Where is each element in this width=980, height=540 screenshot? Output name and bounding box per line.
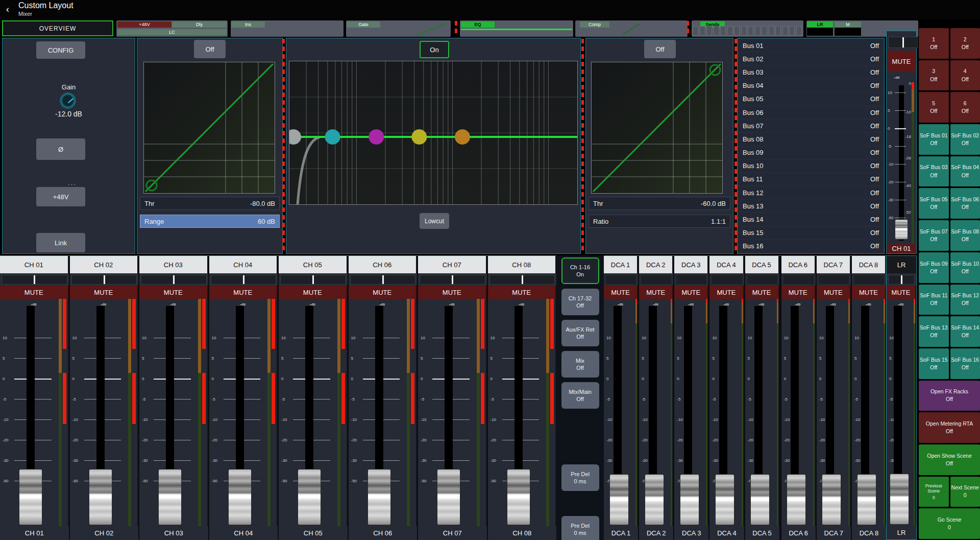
mute-button[interactable]: MUTE — [279, 286, 348, 299]
eq-state-button[interactable]: On — [420, 41, 449, 58]
comp-thr-row[interactable]: Thr-60.0 dB — [589, 197, 730, 210]
bus-row[interactable]: Bus 04Off — [739, 80, 883, 92]
fader-cap[interactable] — [228, 469, 252, 525]
mute-button[interactable]: MUTE — [674, 286, 708, 299]
eq-band-1-handle[interactable] — [325, 129, 340, 145]
grid-button-sof-bus-16[interactable]: SoF Bus 16Off — [950, 348, 980, 379]
strip-header[interactable]: CH 03 — [139, 256, 208, 273]
pan-slider[interactable] — [489, 275, 555, 285]
gate-thr-row[interactable]: Thr-80.0 dB — [140, 197, 280, 210]
toolbar-insert-section[interactable]: Ins — [231, 20, 344, 37]
bus-row[interactable]: Bus 13Off — [739, 200, 883, 212]
bus-row[interactable]: Bus 07Off — [739, 120, 883, 132]
fader-cap[interactable] — [609, 474, 629, 525]
grid-button-sof-bus-06[interactable]: SoF Bus 06Off — [950, 188, 980, 219]
fader-cap[interactable] — [158, 469, 182, 525]
config-button[interactable]: CONFIG — [36, 41, 85, 59]
grid-button-3[interactable]: 3Off — [919, 60, 949, 91]
phantom-button[interactable]: +48V — [36, 187, 85, 206]
strip-header[interactable]: DCA 7 — [817, 256, 851, 273]
mute-button[interactable]: MUTE — [852, 286, 886, 299]
mute-button[interactable]: MUTE — [488, 286, 557, 299]
mute-button[interactable]: MUTE — [0, 286, 69, 299]
pan-slider[interactable] — [71, 275, 137, 285]
grid-button-sof-bus-11[interactable]: SoF Bus 11Off — [919, 285, 949, 315]
strip-header[interactable]: CH 02 — [70, 256, 139, 273]
mute-button[interactable]: MUTE — [604, 286, 638, 299]
toolbar-eq-section[interactable]: EQ — [460, 20, 573, 37]
grid-button-4[interactable]: 4Off — [950, 60, 980, 91]
strip-header[interactable]: DCA 5 — [745, 256, 779, 273]
toolbar-comp-section[interactable]: Comp — [575, 20, 688, 37]
mute-button[interactable]: MUTE — [70, 286, 139, 299]
pan-slider[interactable] — [280, 275, 346, 285]
grid-button-sof-bus-05[interactable]: SoF Bus 05Off — [919, 188, 949, 219]
strip-header[interactable]: CH 04 — [209, 256, 278, 273]
bus-row[interactable]: Bus 14Off — [739, 213, 883, 225]
grid-button-sof-bus-04[interactable]: SoF Bus 04Off — [950, 156, 980, 187]
mute-button[interactable]: MUTE — [781, 286, 816, 299]
fader-cap[interactable] — [89, 469, 112, 525]
predelay-button[interactable]: Pre Del0 ms — [561, 464, 599, 491]
pan-slider[interactable] — [211, 275, 277, 285]
predelay-button[interactable]: Pre Del0 ms — [561, 516, 599, 540]
strip-header[interactable]: DCA 2 — [639, 256, 673, 273]
strip-header[interactable]: DCA 4 — [709, 256, 744, 273]
eq-band-3-handle[interactable] — [411, 129, 427, 145]
grid-button-sof-bus-14[interactable]: SoF Bus 14Off — [950, 316, 980, 347]
strip-header[interactable]: CH 05 — [279, 256, 348, 273]
bus-row[interactable]: Bus 05Off — [739, 93, 883, 105]
strip-header[interactable]: DCA 3 — [674, 256, 708, 273]
fader-cap[interactable] — [787, 474, 806, 525]
lowcut-button[interactable]: Lowcut — [420, 213, 449, 229]
fader-cap[interactable] — [368, 469, 391, 525]
fader-cap[interactable] — [895, 219, 908, 240]
pan-slider[interactable] — [420, 275, 485, 285]
mute-button[interactable]: MUTE — [887, 51, 916, 72]
strip-header[interactable]: DCA 1 — [604, 256, 638, 273]
fader-cap[interactable] — [680, 474, 699, 525]
grid-button-sof-bus-15[interactable]: SoF Bus 15Off — [919, 348, 949, 379]
comp-ratio-row[interactable]: Ratio1.1:1 — [589, 215, 730, 228]
fader-cap[interactable] — [437, 469, 460, 525]
grid-button-sof-bus-10[interactable]: SoF Bus 10Off — [950, 252, 980, 283]
mute-button[interactable]: MUTE — [209, 286, 278, 299]
pan-slider[interactable] — [141, 275, 207, 285]
grid-button-sof-bus-09[interactable]: SoF Bus 09Off — [919, 252, 949, 283]
gate-graph[interactable] — [143, 62, 275, 194]
fader-cap[interactable] — [822, 474, 841, 525]
fader-cap[interactable] — [645, 474, 664, 525]
grid-button-sof-bus-12[interactable]: SoF Bus 12Off — [950, 285, 980, 315]
grid-button-sof-bus-07[interactable]: SoF Bus 07Off — [919, 220, 949, 251]
fader-cap[interactable] — [890, 474, 909, 525]
phase-button[interactable]: Ø — [36, 138, 85, 160]
bus-row[interactable]: Bus 06Off — [739, 106, 883, 119]
pan-slider[interactable] — [888, 37, 918, 48]
mute-button[interactable]: MUTE — [887, 286, 916, 299]
layer-button-ch-1-16[interactable]: Ch 1-16On — [561, 257, 599, 284]
link-button[interactable]: Link — [36, 233, 85, 252]
bus-row[interactable]: Bus 10Off — [739, 160, 883, 172]
fader-cap[interactable] — [507, 469, 530, 525]
layer-button-mix[interactable]: MixOff — [561, 351, 599, 378]
strip-header[interactable]: CH 06 — [349, 256, 418, 273]
bus-row[interactable]: Bus 11Off — [739, 173, 883, 185]
grid-button-sof-bus-03[interactable]: SoF Bus 03Off — [919, 156, 949, 187]
pan-slider[interactable] — [350, 275, 416, 285]
mute-button[interactable]: MUTE — [709, 286, 744, 299]
toolbar-sends-section[interactable]: Sends — [692, 20, 803, 37]
back-icon[interactable]: ‹ — [3, 4, 12, 15]
strip-header[interactable]: DCA 6 — [781, 256, 816, 273]
strip-header[interactable]: CH 08 — [488, 256, 557, 273]
bus-row[interactable]: Bus 15Off — [739, 227, 883, 239]
mute-button[interactable]: MUTE — [817, 286, 851, 299]
pan-slider[interactable] — [888, 275, 915, 285]
gain-knob[interactable] — [60, 92, 76, 109]
grid-button-1[interactable]: 1Off — [919, 28, 949, 59]
toolbar-gate-section[interactable]: Gate — [346, 20, 451, 37]
fader-cap[interactable] — [857, 474, 876, 525]
fader-cap[interactable] — [750, 474, 770, 525]
grid-button-open-fx-racks[interactable]: Open FX RacksOff — [919, 381, 980, 411]
layer-button-ch-17-32[interactable]: Ch 17-32Off — [561, 289, 599, 315]
grid-button-go-scene[interactable]: Go Scene0 — [919, 508, 980, 539]
